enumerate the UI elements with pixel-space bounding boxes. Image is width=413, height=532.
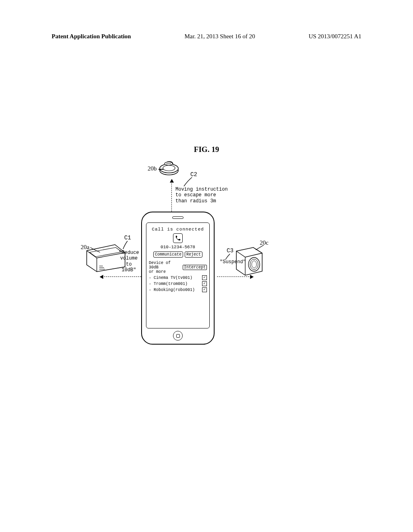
c1-line2: volume bbox=[118, 256, 140, 261]
checkbox-tv[interactable]: ✓ bbox=[202, 275, 207, 280]
header-mid: Mar. 21, 2013 Sheet 16 of 20 bbox=[184, 33, 255, 40]
arrow-up-icon bbox=[171, 179, 172, 212]
device-name-roboking: - Roboking(robo001) bbox=[149, 288, 195, 292]
phone-screen: Call is connected 010-1234-5678 Communic… bbox=[146, 222, 210, 328]
device-row-tromm: - Tromm(trom001) ✓ bbox=[148, 281, 208, 286]
call-status-text: Call is connected bbox=[148, 227, 208, 232]
c2-line2: to escape more bbox=[175, 192, 232, 198]
checkbox-tromm[interactable]: ✓ bbox=[202, 281, 207, 286]
ref-label-20b: 20b bbox=[148, 165, 157, 172]
figure-title: FIG. 19 bbox=[0, 145, 413, 154]
arrow-left-icon bbox=[100, 276, 141, 277]
robot-vacuum-icon bbox=[159, 159, 179, 176]
header-left: Patent Application Publication bbox=[52, 33, 131, 40]
arrow-right-icon bbox=[217, 276, 253, 277]
device-name-tromm: - Tromm(trom001) bbox=[149, 282, 188, 286]
c2-line3: than radius 3m bbox=[175, 198, 232, 204]
c1-instruction-text: "Reduce volume to 10dB" bbox=[118, 250, 140, 273]
reject-button[interactable]: Reject bbox=[185, 251, 202, 258]
leader-20a bbox=[90, 247, 102, 254]
phone-home-button[interactable] bbox=[173, 331, 183, 341]
phone-home-icon bbox=[176, 334, 180, 338]
device-name-tv: - Cinema TV(tv001) bbox=[149, 276, 192, 280]
ref-label-20a: 20a bbox=[81, 244, 90, 251]
header-right: US 2013/0072251 A1 bbox=[309, 33, 361, 40]
leader-c2 bbox=[182, 177, 194, 188]
figure-canvas: 20b C2 Moving instruction to escape more… bbox=[81, 157, 339, 359]
c2-instruction-text: Moving instruction to escape more than r… bbox=[175, 187, 232, 204]
communicate-button[interactable]: Communicate bbox=[153, 251, 183, 258]
leader-20c bbox=[255, 244, 265, 251]
page-header: Patent Application Publication Mar. 21, … bbox=[0, 33, 413, 40]
phone-number-text: 010-1234-5678 bbox=[148, 245, 208, 249]
leader-20b bbox=[159, 169, 163, 170]
c3-instruction-text: "Suspend" bbox=[220, 259, 246, 265]
call-buttons-row: Communicate Reject bbox=[148, 251, 208, 258]
device-row-tv: - Cinema TV(tv001) ✓ bbox=[148, 275, 208, 280]
device-section-header: Device of 30dB or more Intercept bbox=[148, 261, 208, 274]
device-threshold-label: Device of 30dB or more bbox=[149, 261, 183, 274]
c2-line1: Moving instruction bbox=[175, 187, 232, 192]
phone-device-icon: Call is connected 010-1234-5678 Communic… bbox=[141, 212, 215, 345]
c1-line1: "Reduce bbox=[118, 250, 140, 256]
c1-line3: to 10dB" bbox=[118, 262, 140, 273]
svg-point-2 bbox=[163, 165, 175, 171]
phone-speaker-icon bbox=[172, 216, 184, 219]
phone-handset-icon bbox=[173, 233, 183, 243]
intercept-button[interactable]: Intercept bbox=[183, 265, 207, 270]
device-row-roboking: - Roboking(robo001) ✓ bbox=[148, 287, 208, 292]
checkbox-roboking[interactable]: ✓ bbox=[202, 287, 207, 292]
leader-c1 bbox=[122, 240, 130, 250]
